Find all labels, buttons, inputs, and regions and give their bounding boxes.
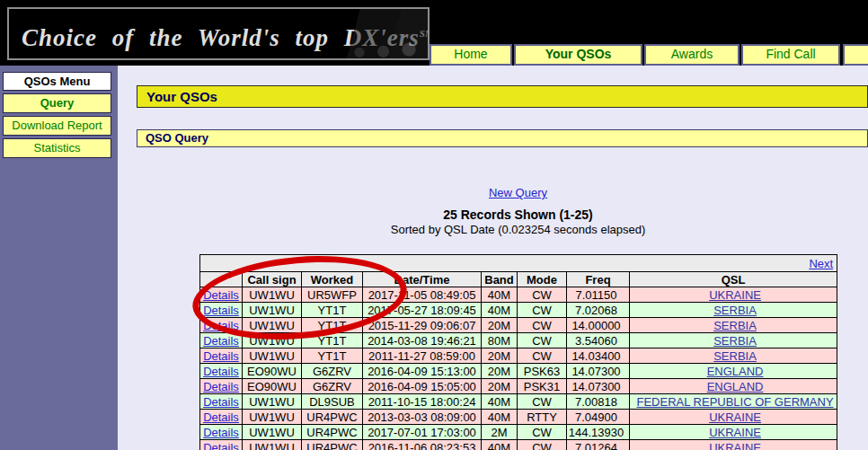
next-page-link[interactable]: Next — [809, 257, 833, 270]
col-header-datetime: Date/Time — [363, 272, 482, 287]
qsl-country-link[interactable]: SERBIA — [713, 319, 757, 332]
details-link[interactable]: Details — [203, 365, 239, 378]
worked-cell: UR4PWC — [302, 425, 363, 440]
datetime-cell: 2017-05-27 18:09:45 — [363, 303, 482, 318]
band-cell: 40M — [482, 394, 518, 410]
new-query-link[interactable]: New Query — [489, 186, 547, 199]
worked-cell: UR4PWC — [302, 440, 363, 450]
table-row: Details UW1WU YT1T 2014-03-08 19:46:21 8… — [200, 333, 837, 349]
qsl-country-link[interactable]: ENGLAND — [707, 380, 764, 393]
qsl-country-link[interactable]: UKRAINE — [709, 426, 761, 439]
qso-table-body: Details UW1WU UR5WFP 2017-11-05 08:49:05… — [200, 287, 837, 450]
site-banner: Choice of the World's top DX'ersSM — [7, 7, 430, 60]
tab-your-qsos[interactable]: Your QSOs — [514, 44, 642, 66]
new-query-line: New Query — [199, 186, 837, 199]
details-link[interactable]: Details — [203, 426, 239, 439]
qsl-country-link[interactable]: SERBIA — [713, 304, 757, 317]
qsl-cell: UKRAINE — [630, 410, 837, 425]
qsl-country-link[interactable]: UKRAINE — [709, 410, 761, 424]
freq-cell: 14.07300 — [567, 364, 630, 379]
band-cell: 40M — [482, 440, 518, 450]
details-link[interactable]: Details — [203, 319, 239, 332]
call-sign-cell: UW1WU — [243, 318, 302, 333]
table-row: Details UW1WU YT1T 2011-11-27 08:59:00 2… — [200, 349, 837, 364]
details-link[interactable]: Details — [203, 349, 239, 363]
datetime-cell: 2015-11-29 09:06:07 — [363, 318, 482, 333]
qsl-country-link[interactable]: UKRAINE — [709, 441, 761, 450]
freq-cell: 7.00818 — [567, 394, 630, 410]
table-row: Details UW1WU DL9SUB 2011-10-15 18:00:24… — [200, 394, 837, 410]
mode-cell: CW — [518, 440, 567, 450]
datetime-cell: 2017-07-01 17:03:00 — [363, 425, 482, 440]
tab-find-call[interactable]: Find Call — [741, 44, 840, 66]
details-link[interactable]: Details — [203, 380, 239, 393]
tab-awards[interactable]: Awards — [644, 44, 740, 66]
radio-equipment-image — [342, 9, 428, 58]
sidebar-item-query[interactable]: Query — [3, 93, 111, 113]
worked-cell: YT1T — [302, 318, 363, 333]
details-link[interactable]: Details — [203, 288, 239, 302]
col-header-details — [200, 272, 243, 287]
col-header-freq: Freq — [567, 272, 630, 287]
call-sign-cell: UW1WU — [243, 394, 302, 410]
band-cell: 40M — [482, 287, 518, 303]
qsl-country-link[interactable]: UKRAINE — [709, 288, 761, 302]
col-header-call-sign: Call sign — [243, 272, 302, 287]
band-cell: 80M — [482, 333, 518, 349]
freq-cell: 7.01150 — [567, 287, 630, 303]
datetime-cell: 2017-11-05 08:49:05 — [363, 287, 482, 303]
mode-cell: CW — [518, 287, 567, 303]
datetime-cell: 2016-04-09 15:13:00 — [363, 364, 482, 379]
worked-cell: YT1T — [302, 349, 363, 364]
table-row: Details UW1WU UR4PWC 2016-11-06 08:23:53… — [200, 440, 837, 450]
qsos-menu: QSOs Menu Query Download Report Statisti… — [3, 72, 111, 161]
qsl-country-link[interactable]: ENGLAND — [707, 365, 764, 378]
tab-partial-right[interactable] — [843, 44, 868, 66]
datetime-cell: 2016-11-06 08:23:53 — [363, 440, 482, 450]
details-link[interactable]: Details — [203, 334, 239, 348]
band-cell: 40M — [482, 303, 518, 318]
table-header-row: Call sign Worked Date/Time Band Mode Fre… — [200, 272, 837, 287]
call-sign-cell: UW1WU — [243, 287, 302, 303]
mode-cell: PSK31 — [518, 379, 567, 394]
sidebar-item-statistics[interactable]: Statistics — [3, 138, 111, 158]
datetime-cell: 2016-04-09 15:05:00 — [363, 379, 482, 394]
qsl-country-link[interactable]: SERBIA — [713, 334, 757, 348]
mode-cell: CW — [518, 349, 567, 364]
call-sign-cell: UW1WU — [243, 440, 302, 450]
sidebar-item-download-report[interactable]: Download Report — [3, 116, 111, 136]
qso-table: Next Call sign Worked Date/Time Band Mod… — [199, 254, 837, 450]
worked-cell: G6ZRV — [302, 379, 363, 394]
records-shown-line: 25 Records Shown (1-25) — [199, 207, 837, 222]
qsl-cell: SERBIA — [630, 303, 837, 318]
mode-cell: PSK63 — [518, 364, 567, 379]
freq-cell: 7.02068 — [567, 303, 630, 318]
col-header-worked: Worked — [302, 272, 363, 287]
qsl-cell: ENGLAND — [630, 364, 837, 379]
table-row: Details UW1WU YT1T 2017-05-27 18:09:45 4… — [200, 303, 837, 318]
details-link[interactable]: Details — [203, 410, 239, 424]
freq-cell: 7.01264 — [567, 440, 630, 450]
details-link[interactable]: Details — [203, 441, 239, 450]
sorted-by-line: Sorted by QSL Date (0.023254 seconds ela… — [199, 223, 837, 236]
table-row: Details UW1WU YT1T 2015-11-29 09:06:07 2… — [200, 318, 837, 333]
tab-home[interactable]: Home — [430, 44, 512, 66]
worked-cell: UR5WFP — [302, 287, 363, 303]
mode-cell: CW — [518, 425, 567, 440]
qso-query-section-header: QSO Query — [137, 129, 868, 147]
qsl-cell: SERBIA — [630, 349, 837, 364]
details-link[interactable]: Details — [203, 395, 239, 409]
col-header-band: Band — [482, 272, 518, 287]
worked-cell: YT1T — [302, 303, 363, 318]
mode-cell: CW — [518, 318, 567, 333]
qsl-country-link[interactable]: SERBIA — [713, 349, 757, 363]
band-cell: 20M — [482, 318, 518, 333]
call-sign-cell: UW1WU — [243, 303, 302, 318]
details-link[interactable]: Details — [203, 304, 239, 317]
table-row: Details EO90WU G6ZRV 2016-04-09 15:13:00… — [200, 364, 837, 379]
qsl-country-link[interactable]: FEDERAL REPUBLIC OF GERMANY — [636, 395, 833, 409]
qsl-cell: SERBIA — [630, 318, 837, 333]
datetime-cell: 2013-03-03 08:09:00 — [363, 410, 482, 425]
worked-cell: UR4PWC — [302, 410, 363, 425]
band-cell: 20M — [482, 349, 518, 364]
